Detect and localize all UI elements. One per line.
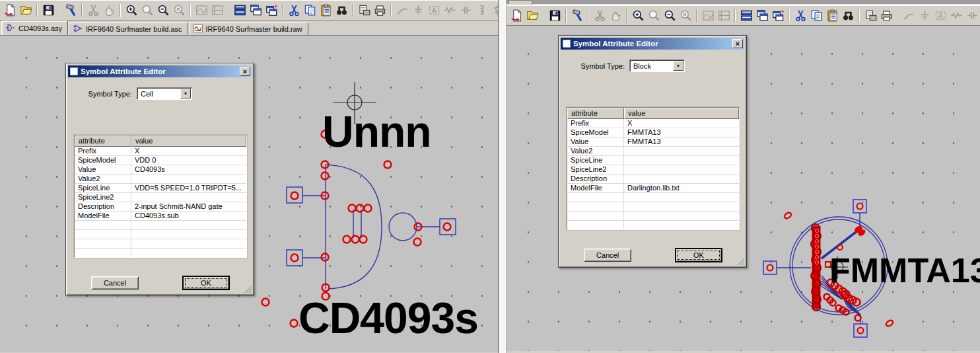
part-value-label[interactable]: CD4093s <box>298 296 478 340</box>
attribute-value-cell: Darlington.lib.txt <box>624 184 739 192</box>
symbol-type-value: Block <box>633 62 651 70</box>
find-icon[interactable] <box>840 8 856 24</box>
tile-windows-icon[interactable] <box>232 3 248 19</box>
attribute-row-Prefix[interactable]: PrefixX <box>567 119 739 128</box>
attribute-row-SpiceLine[interactable]: SpiceLine <box>567 156 739 165</box>
resize-grip[interactable] <box>244 286 252 294</box>
waveform-file-icon <box>193 24 203 34</box>
column-header-value[interactable]: value <box>624 108 739 119</box>
attribute-row-ModelFile[interactable]: ModelFileDarlington.lib.txt <box>567 184 739 193</box>
open-file-icon[interactable] <box>524 8 540 24</box>
zoom-back-icon <box>646 8 662 24</box>
ok-button[interactable]: OK <box>675 248 722 262</box>
symbol-type-label: Symbol Type: <box>66 90 132 98</box>
tab-irf9640-surfmaster-build-raw[interactable]: IRF9640 Surfmaster build.raw <box>189 22 308 35</box>
ok-button[interactable]: OK <box>182 276 230 290</box>
diode-icon <box>489 3 498 19</box>
attribute-row-ModelFile[interactable]: ModelFileCD4093s.sub <box>75 212 246 221</box>
new-file-icon[interactable] <box>508 8 524 24</box>
attribute-row-Value2[interactable]: Value2 <box>75 175 246 184</box>
control-panel-hammer-icon[interactable] <box>63 3 79 19</box>
copy-icon[interactable] <box>302 3 318 19</box>
add-plot-pane-icon <box>716 8 732 24</box>
attribute-row-SpiceLine[interactable]: SpiceLineVDD=5 SPEED=1.0 TRIPDT=5... <box>75 184 246 193</box>
dialog-titlebar[interactable]: Symbol Attribute Editor × <box>561 38 744 50</box>
cascade-windows-icon[interactable] <box>248 3 263 19</box>
tab-label: CD4093s.asy <box>18 24 62 32</box>
zoom-in-icon[interactable] <box>123 3 139 19</box>
tab-cd4093s-asy[interactable]: CD4093s.asy <box>1 20 68 35</box>
capacitor-icon <box>458 3 473 19</box>
tile-windows-icon[interactable] <box>738 8 754 24</box>
attribute-row-SpiceModel[interactable]: SpiceModelFMMTA13 <box>567 128 739 137</box>
print-icon[interactable] <box>878 8 894 24</box>
attribute-row-empty <box>567 221 739 230</box>
symbol-file-icon <box>5 23 16 34</box>
tab-irf9640-surfmaster-build-asc[interactable]: IRF9640 Surfmaster build.asc <box>69 22 188 35</box>
print-icon[interactable] <box>372 3 388 19</box>
cut-icon[interactable] <box>792 8 808 24</box>
zoom-in-icon[interactable] <box>630 8 646 24</box>
close-icon[interactable]: × <box>732 39 743 48</box>
attribute-row-Description[interactable]: Description2-input Schmitt-NAND gate <box>75 202 246 212</box>
ground-icon <box>410 3 426 19</box>
column-header-attribute[interactable]: attribute <box>567 108 624 119</box>
attribute-row-SpiceModel[interactable]: SpiceModelVDD 0 <box>75 156 246 165</box>
new-file-icon[interactable] <box>2 3 18 19</box>
control-panel-hammer-icon[interactable] <box>569 8 585 24</box>
symbol-type-value: Cell <box>141 90 153 98</box>
toolbar-separator <box>352 4 353 17</box>
attribute-name-cell: Value <box>75 165 131 174</box>
cut-wire-icon <box>592 8 608 24</box>
symbol-type-dropdown[interactable]: Cell ▼ <box>137 87 192 100</box>
attribute-name-cell: SpiceLine2 <box>75 193 131 202</box>
attribute-row-Description[interactable]: Description <box>567 175 739 184</box>
zoom-out-icon[interactable] <box>662 8 678 24</box>
copy-icon[interactable] <box>808 8 824 24</box>
column-header-attribute[interactable]: attribute <box>75 136 131 147</box>
attribute-row-SpiceLine2[interactable]: SpiceLine2 <box>75 193 246 202</box>
attribute-value-cell <box>624 202 739 211</box>
refdes-label[interactable]: Unnn <box>322 110 431 153</box>
print-preview-icon[interactable] <box>862 8 878 24</box>
symbol-type-dropdown[interactable]: Block ▼ <box>629 59 685 72</box>
cascade-windows-icon[interactable] <box>754 8 770 24</box>
zoom-back-icon <box>139 3 155 19</box>
attribute-table[interactable]: attributevaluePrefixXSpiceModelVDD 0Valu… <box>74 135 247 258</box>
label-icon <box>932 8 948 24</box>
attribute-row-empty <box>75 230 246 239</box>
print-preview-icon[interactable] <box>356 3 372 19</box>
attribute-value-cell: X <box>131 147 246 155</box>
find-icon[interactable] <box>333 3 349 19</box>
arrange-windows-icon[interactable] <box>770 8 786 24</box>
dialog-titlebar[interactable]: Symbol Attribute Editor × <box>68 65 252 77</box>
zoom-out-icon[interactable] <box>155 3 171 19</box>
cancel-button[interactable]: Cancel <box>584 249 631 262</box>
chevron-down-icon[interactable]: ▼ <box>180 89 191 98</box>
resize-grip[interactable] <box>737 258 745 266</box>
cut-icon[interactable] <box>286 3 302 19</box>
part-value-label[interactable]: FMMTA13 <box>829 253 980 288</box>
attribute-table[interactable]: attributevaluePrefixXSpiceModelFMMTA13Va… <box>567 107 740 230</box>
attribute-row-Prefix[interactable]: PrefixX <box>75 147 246 156</box>
arrange-windows-icon[interactable] <box>263 3 279 19</box>
toolbar-separator <box>36 4 38 17</box>
paste-icon[interactable] <box>824 8 840 24</box>
cancel-button[interactable]: Cancel <box>91 276 139 290</box>
attribute-row-Value[interactable]: ValueFMMTA13 <box>567 137 739 147</box>
attribute-row-Value[interactable]: ValueCD4093s <box>75 165 246 175</box>
attribute-row-Value2[interactable]: Value2 <box>567 147 739 156</box>
attribute-row-empty <box>567 193 739 202</box>
attribute-row-empty <box>567 202 739 212</box>
open-file-icon[interactable] <box>18 3 34 19</box>
save-icon[interactable] <box>547 8 563 24</box>
paste-icon[interactable] <box>318 3 333 19</box>
attribute-row-SpiceLine2[interactable]: SpiceLine2 <box>567 165 739 175</box>
column-header-value[interactable]: value <box>131 136 246 147</box>
close-icon[interactable]: × <box>240 67 250 76</box>
toolbar-separator <box>788 9 790 22</box>
save-icon[interactable] <box>40 3 56 19</box>
attribute-value-cell: 2-input Schmitt-NAND gate <box>131 202 246 211</box>
inductor-icon <box>473 3 489 19</box>
chevron-down-icon[interactable]: ▼ <box>673 61 683 71</box>
